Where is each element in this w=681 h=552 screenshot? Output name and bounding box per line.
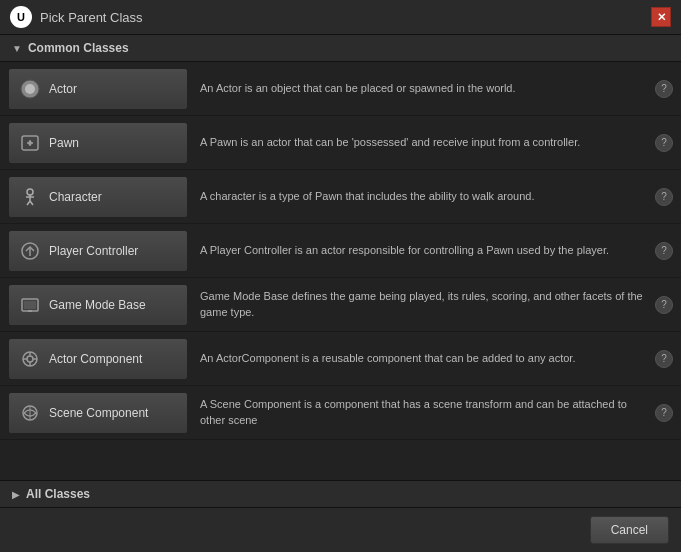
pawn-label: Pawn bbox=[49, 136, 79, 150]
section-arrow-icon: ▼ bbox=[12, 43, 22, 54]
player-controller-help-icon[interactable]: ? bbox=[655, 242, 673, 260]
all-classes-label: All Classes bbox=[26, 487, 90, 501]
actor-component-button[interactable]: Actor Component bbox=[8, 338, 188, 380]
cancel-button[interactable]: Cancel bbox=[590, 516, 669, 544]
character-help-icon[interactable]: ? bbox=[655, 188, 673, 206]
player-controller-label: Player Controller bbox=[49, 244, 138, 258]
pawn-icon bbox=[19, 132, 41, 154]
svg-point-4 bbox=[27, 189, 33, 195]
scene-component-label: Scene Component bbox=[49, 406, 148, 420]
character-icon bbox=[19, 186, 41, 208]
svg-line-8 bbox=[30, 201, 33, 205]
all-classes-section[interactable]: ▶ All Classes bbox=[0, 480, 681, 507]
actor-label: Actor bbox=[49, 82, 77, 96]
class-row-pawn[interactable]: Pawn A Pawn is an actor that can be 'pos… bbox=[0, 116, 681, 170]
character-button[interactable]: Character bbox=[8, 176, 188, 218]
game-mode-base-help-icon[interactable]: ? bbox=[655, 296, 673, 314]
scene-component-icon bbox=[19, 402, 41, 424]
scene-component-button[interactable]: Scene Component bbox=[8, 392, 188, 434]
class-row-player-controller[interactable]: Player Controller A Player Controller is… bbox=[0, 224, 681, 278]
class-row-character[interactable]: Character A character is a type of Pawn … bbox=[0, 170, 681, 224]
character-description: A character is a type of Pawn that inclu… bbox=[188, 189, 655, 204]
character-label: Character bbox=[49, 190, 102, 204]
player-controller-button[interactable]: Player Controller bbox=[8, 230, 188, 272]
svg-point-15 bbox=[27, 356, 33, 362]
all-classes-arrow-icon: ▶ bbox=[12, 489, 20, 500]
player-controller-icon bbox=[19, 240, 41, 262]
actor-component-icon bbox=[19, 348, 41, 370]
game-mode-base-icon bbox=[19, 294, 41, 316]
class-row-actor[interactable]: Actor An Actor is an object that can be … bbox=[0, 62, 681, 116]
close-button[interactable]: ✕ bbox=[651, 7, 671, 27]
title-bar: U Pick Parent Class ✕ bbox=[0, 0, 681, 35]
pawn-description: A Pawn is an actor that can be 'possesse… bbox=[188, 135, 655, 150]
common-classes-label: Common Classes bbox=[28, 41, 129, 55]
class-list: Actor An Actor is an object that can be … bbox=[0, 62, 681, 480]
class-row-game-mode-base[interactable]: Game Mode Base Game Mode Base defines th… bbox=[0, 278, 681, 332]
player-controller-description: A Player Controller is an actor responsi… bbox=[188, 243, 655, 258]
scene-component-help-icon[interactable]: ? bbox=[655, 404, 673, 422]
scene-component-description: A Scene Component is a component that ha… bbox=[188, 397, 655, 428]
actor-component-description: An ActorComponent is a reusable componen… bbox=[188, 351, 655, 366]
window-title: Pick Parent Class bbox=[40, 10, 143, 25]
game-mode-base-button[interactable]: Game Mode Base bbox=[8, 284, 188, 326]
svg-point-1 bbox=[25, 84, 35, 94]
actor-icon bbox=[19, 78, 41, 100]
actor-component-label: Actor Component bbox=[49, 352, 142, 366]
svg-rect-12 bbox=[24, 301, 36, 309]
svg-point-3 bbox=[28, 141, 32, 145]
pawn-button[interactable]: Pawn bbox=[8, 122, 188, 164]
class-row-actor-component[interactable]: Actor Component An ActorComponent is a r… bbox=[0, 332, 681, 386]
actor-description: An Actor is an object that can be placed… bbox=[188, 81, 655, 96]
footer: Cancel bbox=[0, 507, 681, 552]
game-mode-base-label: Game Mode Base bbox=[49, 298, 146, 312]
actor-help-icon[interactable]: ? bbox=[655, 80, 673, 98]
pawn-help-icon[interactable]: ? bbox=[655, 134, 673, 152]
main-content: ▼ Common Classes Actor An Actor is an ob… bbox=[0, 35, 681, 507]
class-row-scene-component[interactable]: Scene Component A Scene Component is a c… bbox=[0, 386, 681, 440]
title-bar-left: U Pick Parent Class bbox=[10, 6, 143, 28]
game-mode-base-description: Game Mode Base defines the game being pl… bbox=[188, 289, 655, 320]
common-classes-header: ▼ Common Classes bbox=[0, 35, 681, 62]
actor-component-help-icon[interactable]: ? bbox=[655, 350, 673, 368]
ue-logo: U bbox=[10, 6, 32, 28]
actor-button[interactable]: Actor bbox=[8, 68, 188, 110]
